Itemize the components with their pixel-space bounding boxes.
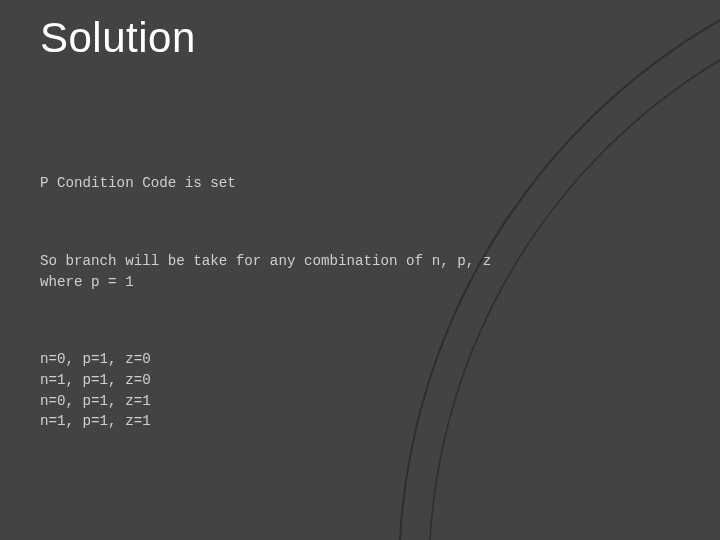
slide: Solution P Condition Code is set So bran… xyxy=(0,0,720,540)
branch-explanation: So branch will be take for any combinati… xyxy=(40,251,680,292)
slide-body: P Condition Code is set So branch will b… xyxy=(40,132,680,473)
condition-code-line: P Condition Code is set xyxy=(40,173,680,194)
slide-title: Solution xyxy=(40,14,196,62)
combinations-list: n=0, p=1, z=0 n=1, p=1, z=0 n=0, p=1, z=… xyxy=(40,349,680,431)
